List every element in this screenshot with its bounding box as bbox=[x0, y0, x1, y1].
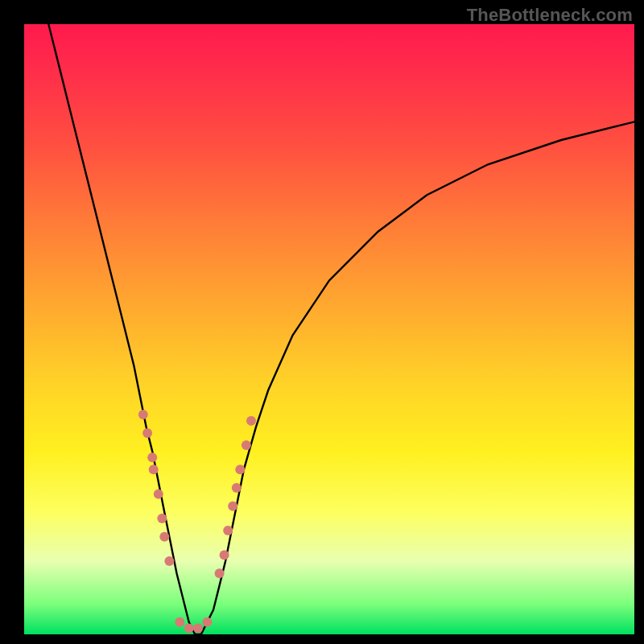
bottleneck-curve bbox=[48, 24, 634, 634]
left-branch-dots-dot bbox=[164, 556, 174, 566]
right-branch-dots-dot bbox=[246, 416, 256, 426]
plot-area bbox=[24, 24, 634, 634]
left-branch-dots-dot bbox=[159, 532, 169, 542]
left-branch-dots-dot bbox=[142, 428, 152, 438]
bottom-dots-dot bbox=[193, 623, 203, 633]
left-branch-dots-dot bbox=[138, 410, 148, 419]
right-branch-dots-dot bbox=[223, 526, 233, 535]
chart-frame: TheBottleneck.com bbox=[0, 0, 644, 644]
left-branch-dots-dot bbox=[149, 464, 159, 474]
bottom-dots-dot bbox=[175, 617, 184, 627]
bottom-dots-dot bbox=[184, 623, 194, 633]
left-branch-dots-dot bbox=[154, 489, 163, 499]
right-branch-dots-dot bbox=[220, 551, 229, 560]
right-branch-dots-dot bbox=[215, 568, 225, 578]
bottom-dots-dot bbox=[202, 617, 212, 627]
right-branch-dots-dot bbox=[228, 502, 237, 511]
left-branch-dots-dot bbox=[147, 452, 157, 462]
right-branch-dots-dot bbox=[242, 440, 251, 450]
data-markers bbox=[138, 410, 256, 633]
watermark-text: TheBottleneck.com bbox=[467, 5, 633, 26]
right-branch-dots-dot bbox=[235, 464, 245, 474]
curve-layer bbox=[24, 24, 634, 634]
left-branch-dots-dot bbox=[157, 514, 167, 523]
right-branch-dots-dot bbox=[232, 483, 242, 493]
